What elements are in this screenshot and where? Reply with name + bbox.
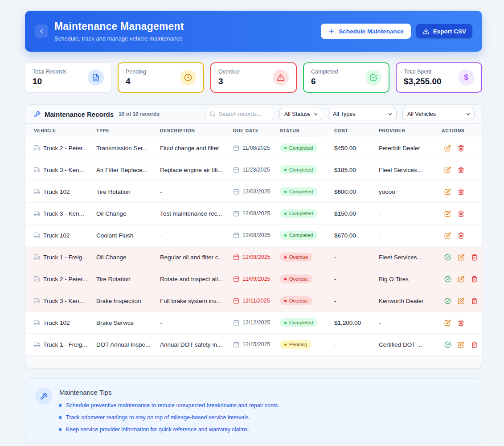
- edit-button[interactable]: [443, 144, 452, 152]
- description: Regular oil and filter c...: [160, 254, 223, 261]
- trash-icon: [471, 254, 478, 261]
- provider: Fleet Services...: [379, 167, 422, 173]
- table-row[interactable]: Truck 1 - Freig... DOT Annual Inspe... A…: [25, 334, 482, 356]
- delete-button[interactable]: [457, 188, 465, 196]
- records-count: 10 of 10 records: [119, 111, 160, 117]
- table-row[interactable]: Truck 2 - Peter... Tire Rotation Rotate …: [25, 268, 482, 290]
- trash-icon: [458, 210, 464, 217]
- status-label: Completed: [289, 145, 313, 151]
- clock-icon: [180, 70, 196, 86]
- truck-icon: [34, 319, 40, 326]
- edit-button[interactable]: [443, 231, 452, 240]
- complete-button[interactable]: [443, 340, 452, 349]
- stat-label: Total Spent: [404, 69, 442, 75]
- description: Replace engine air filt...: [160, 167, 223, 173]
- table-row[interactable]: Truck 102 Coolant Flush - 12/08/2025 Com…: [25, 225, 482, 246]
- table-footer: [25, 356, 482, 368]
- trash-icon: [458, 167, 464, 173]
- table-row[interactable]: Truck 2 - Peter... Transmission Ser... F…: [25, 137, 482, 159]
- column-header-provider: Provider: [379, 128, 442, 133]
- delete-button[interactable]: [457, 319, 465, 327]
- provider: yoooo: [379, 188, 395, 195]
- maintenance-type: Transmission Ser...: [96, 145, 148, 151]
- edit-button[interactable]: [443, 166, 452, 174]
- check-circle-icon: [444, 341, 451, 348]
- maintenance-tips-card: Maintenance Tips Schedule preventive mai…: [25, 378, 482, 443]
- tips-wrench-icon-circle: [35, 388, 52, 405]
- vehicle-name: Truck 102: [43, 319, 70, 326]
- cost: -: [334, 276, 336, 282]
- tip-item: Keep service provider information for qu…: [59, 426, 279, 433]
- provider: Big O Tires: [379, 276, 409, 282]
- due-date: 11/23/2025: [242, 167, 270, 173]
- search-wrap: [205, 108, 274, 120]
- stat-value: 6: [311, 77, 338, 86]
- tip-item: Schedule preventive maintenance to reduc…: [59, 402, 279, 409]
- delete-button[interactable]: [470, 275, 479, 283]
- status-dot: [284, 300, 287, 302]
- delete-button[interactable]: [457, 231, 465, 240]
- edit-icon: [458, 341, 464, 348]
- complete-button[interactable]: [443, 297, 452, 305]
- table-header-row: VehicleTypeDescriptionDue DateStatusCost…: [25, 124, 482, 137]
- edit-icon: [444, 319, 451, 326]
- vehicle-filter[interactable]: All Vehicles: [402, 108, 475, 120]
- tip-item: Track odometer readings to stay on top o…: [59, 414, 279, 421]
- cost: -: [334, 341, 336, 348]
- edit-button[interactable]: [457, 297, 465, 305]
- edit-button[interactable]: [443, 319, 452, 327]
- status-dot: [284, 147, 287, 149]
- maintenance-type: Brake Inspection: [96, 298, 141, 304]
- calendar-icon: [233, 341, 239, 348]
- type-filter[interactable]: All Types: [328, 108, 397, 120]
- table-row[interactable]: Truck 1 - Freig... Oil Change Regular oi…: [25, 246, 482, 268]
- table-row[interactable]: Truck 3 - Ken... Air Filter Replace... R…: [25, 159, 482, 181]
- export-csv-button[interactable]: Export CSV: [416, 24, 472, 38]
- search-input[interactable]: [205, 108, 274, 120]
- edit-button[interactable]: [457, 253, 465, 262]
- back-button[interactable]: [35, 25, 48, 38]
- status-filter[interactable]: All Statuses: [279, 108, 322, 120]
- table-row[interactable]: Truck 3 - Ken... Oil Change Test mainten…: [25, 203, 482, 225]
- status-badge: Completed: [280, 165, 317, 174]
- cost: $450.00: [334, 145, 356, 151]
- table-toolbar: Maintenance Records 10 of 10 records All…: [25, 105, 482, 124]
- edit-icon: [444, 210, 451, 217]
- edit-icon: [444, 188, 451, 195]
- delete-button[interactable]: [457, 209, 465, 218]
- table-row[interactable]: Truck 102 Brake Service - 12/12/2025 Com…: [25, 312, 482, 334]
- type-filter-wrap: All Types: [328, 108, 397, 120]
- page-subtitle: Schedule, track and manage vehicle maint…: [54, 35, 321, 42]
- table-row[interactable]: Truck 102 Tire Rotation - 12/03/2025 Com…: [25, 181, 482, 203]
- complete-button[interactable]: [443, 253, 452, 262]
- delete-button[interactable]: [470, 297, 479, 305]
- truck-icon: [34, 210, 40, 217]
- column-header-description: Description: [160, 128, 233, 133]
- cost: -: [334, 298, 336, 304]
- edit-icon: [458, 276, 464, 282]
- edit-button[interactable]: [443, 188, 452, 196]
- complete-button[interactable]: [443, 275, 452, 283]
- status-badge: Completed: [280, 318, 317, 327]
- column-header-cost: Cost: [334, 128, 379, 133]
- stats-row: Total Records 10 Pending 4 Overdue 3 Com…: [25, 62, 482, 93]
- edit-button[interactable]: [443, 209, 452, 218]
- row-actions: [442, 340, 479, 349]
- schedule-maintenance-button[interactable]: Schedule Maintenance: [321, 24, 411, 39]
- delete-button[interactable]: [470, 253, 479, 262]
- delete-button[interactable]: [470, 340, 479, 349]
- edit-icon: [444, 167, 451, 173]
- edit-button[interactable]: [457, 340, 465, 349]
- edit-button[interactable]: [457, 275, 465, 283]
- row-actions: [442, 209, 476, 218]
- vehicle-filter-wrap: All Vehicles: [402, 108, 475, 120]
- delete-button[interactable]: [457, 166, 465, 174]
- calendar-icon: [233, 210, 239, 217]
- edit-icon: [444, 232, 451, 239]
- status-label: Completed: [289, 211, 313, 216]
- vehicle-name: Truck 2 - Peter...: [43, 145, 87, 151]
- plus-icon: [328, 28, 335, 35]
- delete-button[interactable]: [457, 144, 465, 152]
- table-row[interactable]: Truck 3 - Ken... Brake Inspection Full b…: [25, 290, 482, 312]
- maintenance-type: Air Filter Replace...: [96, 167, 148, 173]
